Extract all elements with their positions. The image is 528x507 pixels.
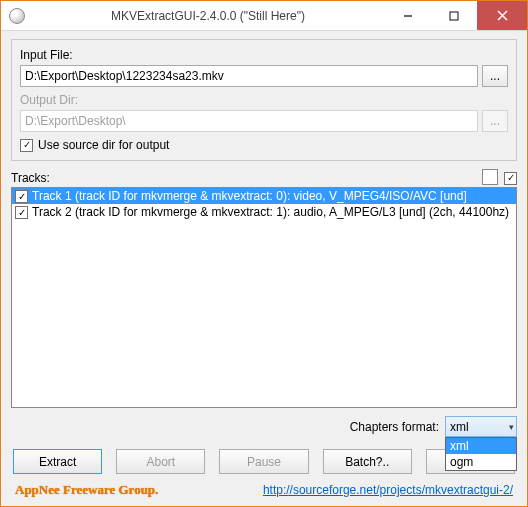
close-button[interactable] [477,1,527,30]
tracks-list[interactable]: ✓ Track 1 (track ID for mkvmerge & mkvex… [11,187,517,408]
content-area: Input File: ... Output Dir: ... ✓ Use so… [1,31,527,506]
io-group: Input File: ... Output Dir: ... ✓ Use so… [11,39,517,161]
track-text: Track 2 (track ID for mkvmerge & mkvextr… [32,205,509,219]
svg-rect-1 [450,12,458,20]
output-dir-field [20,110,478,132]
track-row[interactable]: ✓ Track 1 (track ID for mkvmerge & mkvex… [12,188,516,204]
use-source-checkbox[interactable]: ✓ [20,139,33,152]
project-link[interactable]: http://sourceforge.net/projects/mkvextra… [263,483,513,497]
chapters-format-select[interactable]: xml ▾ [445,416,517,437]
minimize-button[interactable] [385,1,431,30]
batch-button[interactable]: Batch?.. [323,449,412,474]
maximize-button[interactable] [431,1,477,30]
select-all-checkbox[interactable]: ✓ [504,172,517,185]
track-checkbox[interactable]: ✓ [15,206,28,219]
abort-button: Abort [116,449,205,474]
input-file-label: Input File: [20,48,508,62]
window-controls [385,1,527,30]
extract-button[interactable]: Extract [13,449,102,474]
track-text: Track 1 (track ID for mkvmerge & mkvextr… [32,189,467,203]
button-row: Extract Abort Pause Batch?.. About... [11,449,517,474]
tracks-header: Tracks: ✓ [11,171,517,185]
input-browse-button[interactable]: ... [482,65,508,87]
footer: AppNee Freeware Group. http://sourceforg… [11,482,517,500]
track-row[interactable]: ✓ Track 2 (track ID for mkvmerge & mkvex… [12,204,516,220]
pause-button: Pause [219,449,308,474]
chapters-option-ogm[interactable]: ogm [446,454,516,470]
chapters-dropdown[interactable]: xml ogm [445,437,517,471]
app-window: MKVExtractGUI-2.4.0.0 ("Still Here") Inp… [0,0,528,507]
chapters-label: Chapters format: [350,420,439,434]
titlebar: MKVExtractGUI-2.4.0.0 ("Still Here") [1,1,527,31]
tracks-label: Tracks: [11,171,50,185]
brand-text: AppNee Freeware Group. [15,482,158,498]
track-checkbox[interactable]: ✓ [15,190,28,203]
output-browse-button: ... [482,110,508,132]
chapters-row: Chapters format: xml ▾ xml ogm [11,416,517,437]
use-source-label: Use source dir for output [38,138,169,152]
output-dir-label: Output Dir: [20,93,508,107]
window-title: MKVExtractGUI-2.4.0.0 ("Still Here") [31,9,385,23]
input-file-field[interactable] [20,65,478,87]
chapters-selected: xml [450,420,469,434]
chevron-down-icon: ▾ [509,422,514,432]
chapters-option-xml[interactable]: xml [446,438,516,454]
copy-icon[interactable] [484,171,498,185]
app-icon [9,8,25,24]
